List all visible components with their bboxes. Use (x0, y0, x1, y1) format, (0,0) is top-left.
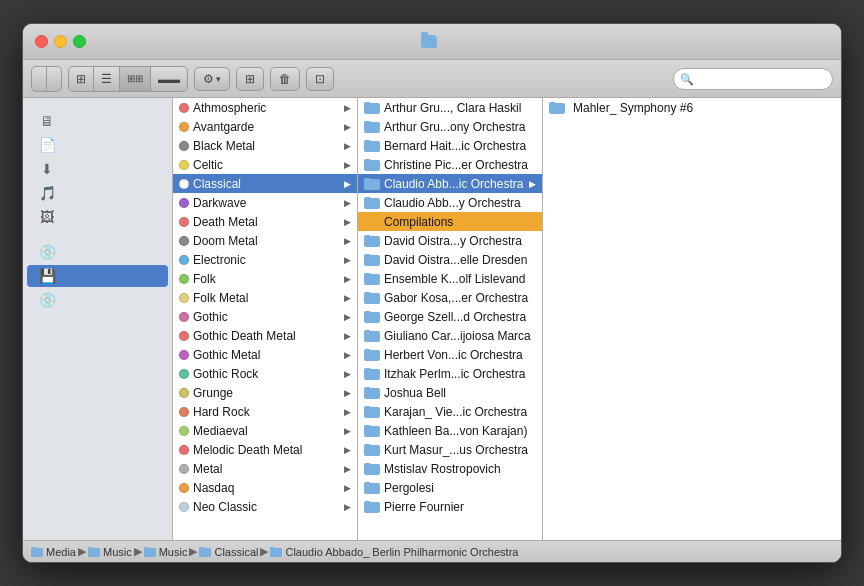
list-item[interactable]: Celtic ▶ (173, 155, 357, 174)
list-item[interactable]: Folk Metal ▶ (173, 288, 357, 307)
list-item[interactable]: Hard Rock ▶ (173, 402, 357, 421)
folder-icon (364, 425, 380, 437)
list-item[interactable]: Gothic Metal ▶ (173, 345, 357, 364)
list-item[interactable]: Arthur Gru..., Clara Haskil (358, 98, 542, 117)
color-tag-icon (179, 312, 189, 322)
list-item[interactable]: Pierre Fournier (358, 497, 542, 516)
chevron-right-icon: ▶ (344, 141, 351, 151)
breadcrumb-item[interactable]: Music (144, 546, 188, 558)
search-input[interactable] (673, 68, 833, 90)
forward-button[interactable] (47, 67, 61, 91)
list-item[interactable]: Claudio Abb...y Orchestra (358, 193, 542, 212)
list-item[interactable]: Folk ▶ (173, 269, 357, 288)
icon-view-button[interactable]: ⊞ (69, 67, 94, 91)
main-content: 🖥 📄 ⬇ 🎵 🖼 💿 (23, 98, 841, 540)
list-item[interactable]: Grunge ▶ (173, 383, 357, 402)
list-item[interactable]: Giuliano Car...ijoiosa Marca (358, 326, 542, 345)
list-item[interactable]: Nasdaq ▶ (173, 478, 357, 497)
chevron-right-icon: ▶ (344, 274, 351, 284)
sidebar-item-pictures[interactable]: 🖼 (27, 206, 168, 228)
chevron-right-icon: ▶ (344, 179, 351, 189)
maximize-button[interactable] (73, 35, 86, 48)
list-item[interactable]: David Oistra...y Orchestra (358, 231, 542, 250)
list-item[interactable]: Joshua Bell (358, 383, 542, 402)
list-item[interactable]: George Szell...d Orchestra (358, 307, 542, 326)
list-item[interactable]: Bernard Hait...ic Orchestra (358, 136, 542, 155)
sidebar-item-media[interactable]: 💾 (27, 265, 168, 287)
sidebar-section-favorites (23, 98, 172, 109)
chevron-right-icon: ▶ (344, 483, 351, 493)
list-item[interactable]: Mediaeval ▶ (173, 421, 357, 440)
chevron-right-icon: ▶ (344, 312, 351, 322)
color-tag-icon (179, 502, 189, 512)
list-item[interactable]: Classical ▶ (173, 174, 357, 193)
minimize-button[interactable] (54, 35, 67, 48)
sidebar-item-applications[interactable]: 🖥 (27, 110, 168, 132)
list-item[interactable]: Avantgarde ▶ (173, 117, 357, 136)
delete-button[interactable]: 🗑 (270, 67, 300, 91)
data-disk-icon: 💿 (39, 244, 55, 260)
color-tag-icon (179, 464, 189, 474)
sidebar-item-documents[interactable]: 📄 (27, 134, 168, 156)
breadcrumb-item[interactable]: Classical (199, 546, 258, 558)
list-item[interactable]: Claudio Abb...ic Orchestra ▶ (358, 174, 542, 193)
list-item[interactable]: Ensemble K...olf Lislevand (358, 269, 542, 288)
list-item[interactable]: Gothic ▶ (173, 307, 357, 326)
list-item[interactable]: Doom Metal ▶ (173, 231, 357, 250)
list-item[interactable]: Kathleen Ba...von Karajan) (358, 421, 542, 440)
chevron-right-icon: ▶ (344, 103, 351, 113)
list-item[interactable]: Gothic Death Metal ▶ (173, 326, 357, 345)
list-item[interactable]: Gabor Kosa,...er Orchestra (358, 288, 542, 307)
list-item[interactable]: Karajan_ Vie...ic Orchestra (358, 402, 542, 421)
breadcrumb-item[interactable]: Claudio Abbado_ Berlin Philharmonic Orch… (270, 546, 518, 558)
sidebar-item-downloads[interactable]: ⬇ (27, 158, 168, 180)
chevron-right-icon: ▶ (344, 255, 351, 265)
list-item[interactable]: Athmospheric ▶ (173, 98, 357, 117)
pictures-icon: 🖼 (39, 209, 55, 225)
list-item[interactable]: David Oistra...elle Dresden (358, 250, 542, 269)
list-item[interactable]: Darkwave ▶ (173, 193, 357, 212)
list-item[interactable]: Death Metal ▶ (173, 212, 357, 231)
sidebar-item-bootcamp[interactable]: 💿 (27, 289, 168, 311)
folder-icon (364, 349, 380, 361)
list-item[interactable]: Black Metal ▶ (173, 136, 357, 155)
list-item[interactable]: Itzhak Perlm...ic Orchestra (358, 364, 542, 383)
artist-column: Arthur Gru..., Clara Haskil Arthur Gru..… (358, 98, 543, 540)
genre-column: Athmospheric ▶ Avantgarde ▶ Black Metal … (173, 98, 358, 540)
list-item[interactable]: Melodic Death Metal ▶ (173, 440, 357, 459)
folder-icon (364, 444, 380, 456)
list-item[interactable]: Pergolesi (358, 478, 542, 497)
chevron-right-icon: ▶ (344, 464, 351, 474)
share-button[interactable]: ⊞ (236, 67, 264, 91)
new-folder-button[interactable]: ⊡ (306, 67, 334, 91)
list-item[interactable]: Arthur Gru...ony Orchestra (358, 117, 542, 136)
list-item[interactable]: Electronic ▶ (173, 250, 357, 269)
list-item[interactable]: Christine Pic...er Orchestra (358, 155, 542, 174)
list-item[interactable]: Metal ▶ (173, 459, 357, 478)
breadcrumb-separator: ▶ (260, 545, 268, 558)
color-tag-icon (179, 445, 189, 455)
list-item[interactable]: Mstislav Rostropovich (358, 459, 542, 478)
sidebar-item-music[interactable]: 🎵 (27, 182, 168, 204)
list-item[interactable]: Herbert Von...ic Orchestra (358, 345, 542, 364)
list-item[interactable]: Mahler_ Symphony #6 (543, 98, 841, 117)
back-button[interactable] (32, 67, 47, 91)
list-item[interactable]: Neo Classic ▶ (173, 497, 357, 516)
breadcrumb-item[interactable]: Media (31, 546, 76, 558)
color-tag-icon (179, 426, 189, 436)
list-item[interactable]: Compilations (358, 212, 542, 231)
action-button[interactable]: ⚙ ▾ (194, 67, 230, 91)
cover-view-button[interactable]: ▬▬ (151, 67, 187, 91)
sidebar-item-data[interactable]: 💿 (27, 241, 168, 263)
search-box: 🔍 (673, 68, 833, 90)
folder-icon (364, 121, 380, 133)
list-view-button[interactable]: ☰ (94, 67, 120, 91)
list-item[interactable]: Gothic Rock ▶ (173, 364, 357, 383)
close-button[interactable] (35, 35, 48, 48)
breadcrumb-item[interactable]: Music (88, 546, 132, 558)
list-item[interactable]: Kurt Masur_...us Orchestra (358, 440, 542, 459)
color-tag-icon (179, 369, 189, 379)
column-view-button[interactable]: ⊞⊞ (120, 67, 151, 91)
title-folder-icon (421, 35, 437, 48)
applications-icon: 🖥 (39, 113, 55, 129)
